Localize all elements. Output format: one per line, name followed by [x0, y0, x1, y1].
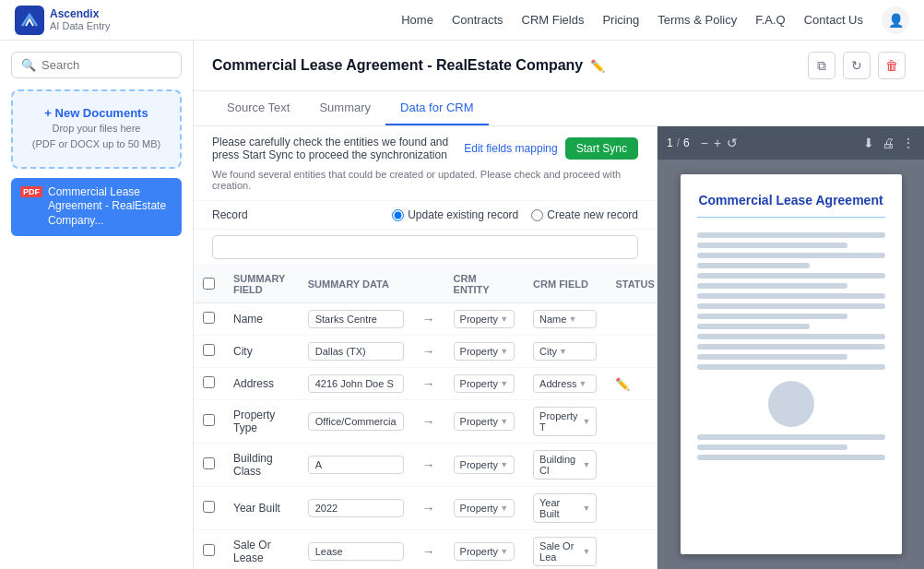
top-nav: Ascendix AI Data Entry Home Contracts CR… — [0, 0, 924, 41]
row-checkbox[interactable] — [203, 414, 215, 426]
row-checkbox[interactable] — [203, 457, 215, 469]
user-avatar[interactable]: 👤 — [882, 6, 909, 34]
tab-summary[interactable]: Summary — [304, 91, 385, 125]
crm-field-select[interactable]: Name ▼ — [533, 310, 597, 328]
table-search-input[interactable] — [212, 235, 638, 259]
pdf-print[interactable]: 🖨 — [882, 136, 894, 149]
table-row: City Dallas (TX) → Property ▼ City ▼ — [194, 336, 657, 368]
nav-links: Home Contracts CRM Fields Pricing Terms … — [401, 6, 909, 34]
crm-entity-select[interactable]: Property ▼ — [454, 412, 515, 431]
arrow-cell: → — [413, 336, 444, 368]
crm-field-select[interactable]: Building Cl ▼ — [533, 450, 597, 480]
upload-area[interactable]: + New Documents Drop your files here (PD… — [11, 89, 182, 169]
row-checkbox[interactable] — [203, 344, 215, 356]
chevron-down-icon: ▼ — [500, 460, 508, 469]
data-table: Summary Field Summary Data CRM Entity CR… — [194, 266, 657, 569]
start-sync-button[interactable]: Start Sync — [565, 137, 638, 160]
status-cell — [606, 303, 657, 336]
row-checkbox[interactable] — [203, 376, 215, 388]
pdf-rotate[interactable]: ↺ — [727, 136, 738, 149]
status-cell — [606, 530, 657, 570]
notice-actions: Please carefully check the entities we f… — [212, 136, 638, 161]
document-item[interactable]: PDF Commercial Lease Agreement - RealEst… — [11, 178, 182, 236]
doc-header: Commercial Lease Agreement - RealEstate … — [194, 41, 924, 91]
nav-contact[interactable]: Contact Us — [804, 13, 863, 27]
pdf-page: Commercial Lease Agreement — [681, 174, 902, 554]
nav-crm-fields[interactable]: CRM Fields — [522, 13, 585, 27]
pdf-download[interactable]: ⬇ — [863, 136, 874, 149]
delete-button[interactable]: 🗑 — [878, 52, 906, 79]
crm-entity: Property ▼ — [444, 336, 525, 368]
table-area: Please carefully check the entities we f… — [194, 126, 657, 569]
status-cell — [606, 336, 657, 368]
search-box[interactable]: 🔍 — [11, 52, 182, 78]
pdf-zoom-in[interactable]: + — [714, 136, 721, 149]
chevron-down-icon: ▼ — [568, 314, 576, 324]
crm-entity-select[interactable]: Property ▼ — [454, 342, 515, 361]
doc-actions: ⧉ ↻ 🗑 — [808, 52, 906, 79]
notice-text: Please carefully check the entities we f… — [212, 136, 448, 161]
pdf-controls: − + ↺ — [701, 136, 738, 149]
chevron-down-icon: ▼ — [500, 417, 508, 426]
nav-faq[interactable]: F.A.Q — [755, 13, 786, 27]
content-area: Commercial Lease Agreement - RealEstate … — [194, 41, 924, 569]
row-checkbox[interactable] — [203, 501, 215, 513]
crm-entity: Property ▼ — [444, 487, 525, 530]
upload-title: + New Documents — [28, 106, 165, 120]
summary-data: Dallas (TX) — [299, 336, 413, 368]
summary-field: Building Class — [224, 444, 299, 487]
arrow-icon: → — [422, 414, 435, 429]
pdf-more[interactable]: ⋮ — [902, 136, 915, 149]
nav-pricing[interactable]: Pricing — [602, 13, 639, 27]
edit-icon[interactable]: ✏️ — [615, 377, 630, 391]
crm-field-select[interactable]: City ▼ — [533, 342, 597, 361]
arrow-icon: → — [422, 344, 435, 359]
upload-sub2: (PDF or DOCX up to 50 MB) — [28, 137, 165, 151]
crm-field-select[interactable]: Sale Or Lea ▼ — [533, 537, 597, 566]
crm-entity: Property ▼ — [444, 303, 525, 336]
chevron-down-icon: ▼ — [583, 504, 591, 513]
edit-title-icon[interactable]: ✏️ — [590, 59, 605, 73]
summary-field: Year Built — [224, 487, 299, 530]
crm-entity-select[interactable]: Property ▼ — [454, 310, 515, 328]
crm-entity-select[interactable]: Property ▼ — [454, 499, 515, 517]
copy-button[interactable]: ⧉ — [808, 52, 835, 79]
nav-home[interactable]: Home — [401, 13, 433, 27]
table-row: Property Type Office/Commercia → Propert… — [194, 400, 657, 444]
logo-subtitle: AI Data Entry — [50, 20, 110, 32]
arrow-cell: → — [413, 444, 444, 487]
chevron-down-icon: ▼ — [583, 417, 591, 426]
crm-field-select[interactable]: Year Built ▼ — [533, 493, 597, 523]
crm-field: Address ▼ — [524, 368, 606, 400]
crm-entity-select[interactable]: Property ▼ — [454, 456, 515, 474]
status-cell: ✏️ — [606, 368, 657, 400]
found-notice: We found several entities that could be … — [212, 169, 638, 191]
radio-update[interactable]: Update existing record — [392, 208, 518, 221]
status-cell — [606, 444, 657, 487]
crm-entity-select[interactable]: Property ▼ — [454, 542, 515, 561]
tab-data-for-crm[interactable]: Data for CRM — [385, 91, 488, 125]
nav-contracts[interactable]: Contracts — [452, 13, 503, 27]
crm-entity: Property ▼ — [444, 368, 525, 400]
crm-field: Sale Or Lea ▼ — [524, 530, 606, 570]
crm-field-select[interactable]: Property T ▼ — [533, 407, 597, 436]
chevron-down-icon: ▼ — [500, 347, 508, 356]
search-input[interactable] — [41, 58, 172, 72]
chevron-down-icon: ▼ — [583, 547, 591, 556]
tab-source-text[interactable]: Source Text — [212, 91, 304, 125]
edit-fields-link[interactable]: Edit fields mapping — [464, 142, 557, 155]
row-checkbox[interactable] — [203, 312, 215, 324]
pdf-viewer: 1 / 6 − + ↺ ⬇ 🖨 ⋮ — [657, 126, 924, 569]
tabs: Source Text Summary Data for CRM — [194, 91, 924, 126]
crm-entity-select[interactable]: Property ▼ — [454, 374, 515, 393]
main-layout: 🔍 + New Documents Drop your files here (… — [0, 41, 924, 569]
summary-field: Sale Or Lease — [224, 530, 299, 570]
select-all-checkbox[interactable] — [203, 278, 215, 290]
pdf-zoom-out[interactable]: − — [701, 136, 708, 149]
summary-data: Lease — [299, 530, 413, 570]
row-checkbox[interactable] — [203, 544, 215, 556]
crm-field-select[interactable]: Address ▼ — [533, 374, 597, 393]
refresh-button[interactable]: ↻ — [843, 52, 871, 79]
nav-terms[interactable]: Terms & Policy — [657, 13, 737, 27]
radio-create[interactable]: Create new record — [531, 208, 638, 221]
